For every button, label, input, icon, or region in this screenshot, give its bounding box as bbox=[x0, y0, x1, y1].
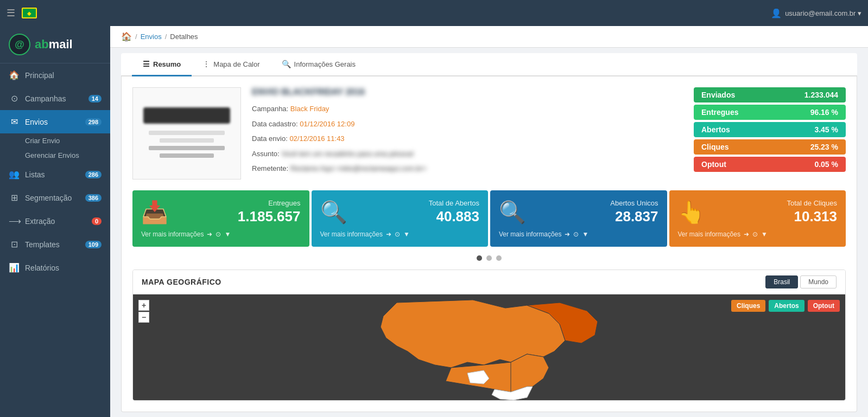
map-zoom-in[interactable]: + bbox=[138, 300, 149, 311]
remetente-value: Reclame Aqui <nkto@reclameaqui.com.br> bbox=[290, 164, 427, 172]
metric-card-total-abertos[interactable]: 🔍 Total de Abertos 40.883 Ver mais infor… bbox=[312, 190, 489, 247]
ver-mais-label: Ver mais informações bbox=[320, 230, 383, 238]
pagination-dot-1[interactable] bbox=[477, 255, 482, 261]
total-cliques-card-footer[interactable]: Ver mais informações ➜ ⊙ ▼ bbox=[678, 230, 838, 238]
data-cadastro-value: 01/12/2016 12:09 bbox=[300, 120, 354, 128]
abertos-unicos-card-label: Abertos Unicos bbox=[533, 199, 658, 207]
total-abertos-card-footer[interactable]: Ver mais informações ➜ ⊙ ▼ bbox=[320, 230, 480, 238]
listas-badge: 286 bbox=[85, 171, 102, 178]
user-text: usuario@email.com.br ▾ bbox=[785, 9, 861, 17]
thumbnail-line-1 bbox=[149, 131, 225, 135]
entregues-card-footer[interactable]: Ver mais informações ➜ ⊙ ▼ bbox=[141, 230, 301, 238]
total-abertos-card-value: 40.883 bbox=[354, 208, 480, 225]
campaign-thumbnail bbox=[132, 87, 241, 179]
map-legend-optout[interactable]: Optout bbox=[808, 300, 840, 312]
breadcrumb-home-icon[interactable]: 🏠 bbox=[121, 31, 132, 42]
sidebar-item-listas[interactable]: 👥 Listas 286 bbox=[0, 163, 110, 186]
map-legend-abertos[interactable]: Abertos bbox=[769, 300, 804, 312]
hamburger-icon[interactable]: ☰ bbox=[7, 7, 15, 19]
abertos-unicos-card-footer[interactable]: Ver mais informações ➜ ⊙ ▼ bbox=[499, 230, 658, 238]
tab-informacoes-gerais[interactable]: 🔍 Informações Gerais bbox=[271, 53, 366, 76]
sidebar-sub-gerenciar-envios[interactable]: Gerenciar Envios bbox=[0, 148, 110, 163]
abertos-unicos-card-icon: 🔍 bbox=[499, 200, 526, 225]
main-panel: ENVIO BLACKFRIDAY 2016 Campanha: Black F… bbox=[110, 76, 868, 417]
map-toggle-mundo[interactable]: Mundo bbox=[800, 275, 837, 288]
campanha-value: Black Friday bbox=[290, 105, 330, 113]
pagination-dot-2[interactable] bbox=[486, 255, 492, 261]
listas-icon: 👥 bbox=[9, 169, 20, 179]
sidebar-item-extracao[interactable]: ⟶ Extração 0 bbox=[0, 209, 110, 233]
content-area: 🏠 / Envios / Detalhes ☰ Resumo ⋮ Mapa de… bbox=[110, 26, 868, 417]
stat-entregues-value: 96.16 % bbox=[810, 108, 838, 117]
stat-cliques: Cliques 25.23 % bbox=[694, 139, 846, 155]
resumo-tab-icon: ☰ bbox=[143, 60, 150, 68]
eye-icon: ⊙ bbox=[395, 230, 400, 238]
sidebar-item-campanhas[interactable]: ⊙ Campanhas 14 bbox=[0, 87, 110, 110]
assunto-label: Assunto: bbox=[252, 150, 280, 158]
pagination-dots bbox=[132, 255, 846, 261]
envios-icon: ✉ bbox=[9, 117, 20, 127]
stat-cliques-label: Cliques bbox=[701, 143, 729, 151]
map-zoom-out[interactable]: − bbox=[138, 312, 149, 323]
tab-mapa-calor-label: Mapa de Calor bbox=[213, 60, 259, 68]
campaign-details: ENVIO BLACKFRIDAY 2016 Campanha: Black F… bbox=[252, 87, 683, 179]
total-cliques-card-value: 10.313 bbox=[712, 208, 838, 225]
stats-side: Enviados 1.233.044 Entregues 96.16 % Abe… bbox=[694, 87, 846, 179]
entregues-card-label: Entregues bbox=[175, 199, 301, 207]
campanhas-badge: 14 bbox=[88, 95, 102, 102]
relatorios-icon: 📊 bbox=[9, 262, 20, 273]
logo-text: abmail bbox=[35, 37, 73, 52]
metric-cards: 📥 Entregues 1.185.657 Ver mais informaçõ… bbox=[132, 190, 846, 247]
sidebar-item-label: Templates bbox=[25, 240, 80, 249]
tab-mapa-calor[interactable]: ⋮ Mapa de Calor bbox=[192, 53, 270, 76]
map-toggle-brasil[interactable]: Brasil bbox=[765, 275, 798, 288]
campaign-campanha: Campanha: Black Friday bbox=[252, 104, 683, 114]
breadcrumb-separator-1: / bbox=[135, 33, 137, 41]
sidebar-item-relatorios[interactable]: 📊 Relatórios bbox=[0, 256, 110, 279]
campaign-assunto: Assunto: Você tem um recadinho para uma … bbox=[252, 149, 683, 159]
stat-optout-value: 0.05 % bbox=[814, 160, 838, 169]
sidebar-item-principal[interactable]: 🏠 Principal bbox=[0, 63, 110, 87]
sidebar-item-label: Segmentação bbox=[25, 194, 80, 202]
campanhas-icon: ⊙ bbox=[9, 93, 20, 104]
eye-icon: ⊙ bbox=[573, 230, 579, 238]
arrow-icon: ➜ bbox=[207, 230, 212, 238]
assunto-value: Você tem um recadinho para uma péssoa! bbox=[281, 150, 414, 158]
arrow-icon: ➜ bbox=[565, 230, 570, 238]
campaign-info: ENVIO BLACKFRIDAY 2016 Campanha: Black F… bbox=[132, 87, 846, 179]
map-legend: Cliques Abertos Optout bbox=[731, 300, 840, 312]
eye-icon: ⊙ bbox=[216, 230, 221, 238]
metric-card-entregues[interactable]: 📥 Entregues 1.185.657 Ver mais informaçõ… bbox=[132, 190, 309, 247]
metric-card-total-cliques[interactable]: 👆 Total de Cliques 10.313 Ver mais infor… bbox=[669, 190, 846, 247]
map-section: MAPA GEOGRÁFICO Brasil Mundo + − Cliques bbox=[132, 270, 846, 401]
stat-optout: Optout 0.05 % bbox=[694, 157, 846, 172]
extracao-icon: ⟶ bbox=[9, 216, 20, 226]
sidebar-sub-criar-envio[interactable]: Criar Envio bbox=[0, 133, 110, 148]
topbar: ☰ 👤 usuario@email.com.br ▾ bbox=[0, 0, 868, 26]
stat-abertos-value: 3.45 % bbox=[814, 125, 838, 134]
breadcrumb-separator-2: / bbox=[165, 33, 167, 41]
ver-mais-label: Ver mais informações bbox=[141, 230, 204, 238]
map-legend-cliques[interactable]: Cliques bbox=[731, 300, 765, 312]
campaign-data-envio: Data envio: 02/12/2016 11:43 bbox=[252, 133, 683, 144]
tab-resumo[interactable]: ☰ Resumo bbox=[132, 53, 192, 76]
sidebar: @ abmail 🏠 Principal ⊙ Campanhas 14 ✉ En… bbox=[0, 26, 110, 417]
sidebar-item-envios[interactable]: ✉ Envios 298 bbox=[0, 110, 110, 133]
sidebar-item-segmentacao[interactable]: ⊞ Segmentação 386 bbox=[0, 186, 110, 209]
total-abertos-card-icon: 🔍 bbox=[320, 200, 347, 225]
stat-enviados: Enviados 1.233.044 bbox=[694, 87, 846, 102]
thumbnail-line-3 bbox=[149, 146, 225, 150]
breadcrumb-current: Detalhes bbox=[170, 33, 198, 41]
user-menu[interactable]: 👤 usuario@email.com.br ▾ bbox=[771, 8, 861, 18]
sidebar-item-label: Listas bbox=[25, 170, 80, 179]
sidebar-item-templates[interactable]: ⊡ Templates 109 bbox=[0, 233, 110, 256]
tab-resumo-label: Resumo bbox=[153, 60, 181, 68]
pagination-dot-3[interactable] bbox=[496, 255, 502, 261]
total-cliques-card-label: Total de Cliques bbox=[712, 199, 838, 207]
thumbnail-line-4 bbox=[160, 153, 214, 158]
thumbnail-blur bbox=[143, 107, 230, 124]
breadcrumb-envios-link[interactable]: Envios bbox=[141, 33, 162, 41]
ver-mais-label: Ver mais informações bbox=[678, 230, 740, 238]
filter-icon: ▼ bbox=[761, 230, 768, 238]
metric-card-abertos-unicos[interactable]: 🔍 Abertos Unicos 28.837 Ver mais informa… bbox=[490, 190, 667, 247]
